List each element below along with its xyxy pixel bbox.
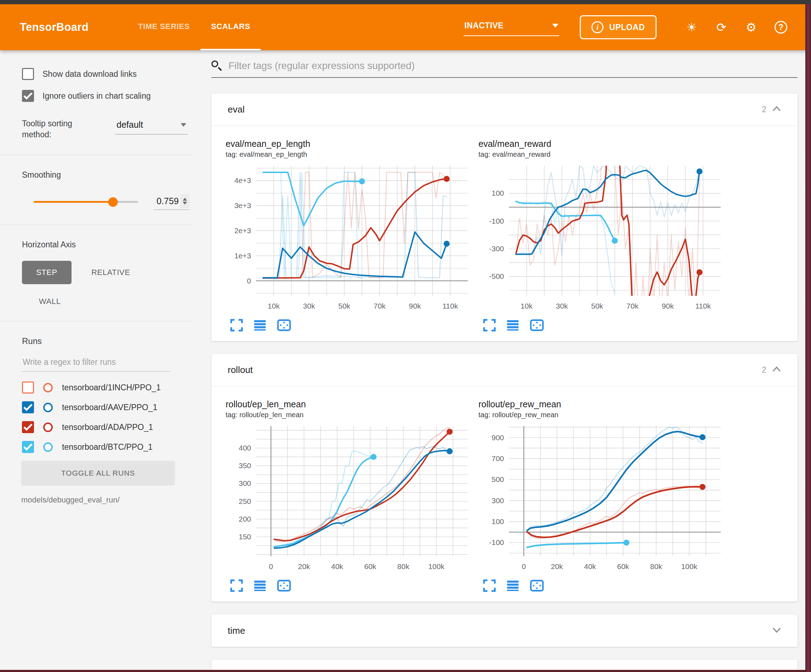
section-card-rollout: rollout 2 rollout/ep_len_mean tag: rollo…: [211, 354, 797, 602]
check-icon: [23, 443, 33, 451]
fullscreen-icon[interactable]: [483, 318, 496, 332]
run-color-circle[interactable]: [43, 403, 53, 412]
chart-plot[interactable]: 020k40k60k80k100k-100100300500700900: [478, 423, 731, 576]
section-body-eval: eval/mean_ep_length tag: eval/mean_ep_le…: [211, 126, 797, 341]
svg-text:350: 350: [239, 462, 251, 470]
chevron-up-icon[interactable]: [772, 105, 781, 114]
menu-lines-icon[interactable]: [253, 318, 267, 332]
chevron-down-icon: [552, 24, 558, 28]
show-download-links-row[interactable]: Show data download links: [22, 68, 193, 80]
chart-title: rollout/ep_rew_mean: [478, 399, 731, 410]
chart-tag: tag: eval/mean_ep_length: [226, 151, 478, 159]
svg-text:900: 900: [492, 433, 504, 442]
axis-step-button[interactable]: STEP: [22, 261, 71, 284]
number-spinner[interactable]: [180, 194, 190, 208]
slider-knob[interactable]: [109, 197, 118, 207]
run-checkbox[interactable]: [22, 421, 34, 433]
chart-plot[interactable]: 020k40k60k80k100k150200250300350400: [225, 423, 478, 576]
status-dropdown[interactable]: INACTIVE: [463, 19, 559, 36]
tooltip-sorting-select[interactable]: default: [115, 118, 188, 134]
run-color-circle[interactable]: [43, 423, 53, 432]
run-checkbox[interactable]: [22, 401, 34, 413]
checkbox-label: Ignore outliers in chart scaling: [42, 91, 151, 101]
chart-plot[interactable]: 10k30k50k70k90k110k01e+32e+33e+34e+3: [225, 162, 478, 315]
run-checkbox[interactable]: [22, 381, 34, 393]
fit-domain-icon[interactable]: [529, 579, 544, 592]
svg-text:70k: 70k: [373, 302, 386, 310]
brightness-icon[interactable]: ☀: [681, 17, 702, 37]
chart-rollout-ep-len-mean: rollout/ep_len_mean tag: rollout/ep_len_…: [225, 397, 478, 592]
spinner-down-icon[interactable]: [183, 202, 187, 205]
settings-sidebar: Show data download links Ignore outliers…: [0, 50, 193, 670]
section-header-eval[interactable]: eval 2: [211, 93, 797, 126]
info-icon: i: [591, 21, 604, 33]
chart-toolbar: [483, 318, 731, 332]
svg-text:30k: 30k: [556, 302, 568, 310]
fit-domain-icon[interactable]: [277, 318, 292, 332]
app-title: TensorBoard: [20, 21, 88, 34]
axis-relative-button[interactable]: RELATIVE: [92, 268, 130, 277]
ignore-outliers-row[interactable]: Ignore outliers in chart scaling: [22, 90, 193, 102]
ignore-outliers-checkbox[interactable]: [22, 90, 34, 102]
svg-text:10k: 10k: [521, 302, 533, 310]
svg-text:2e+3: 2e+3: [234, 227, 251, 235]
chart-plot[interactable]: 10k30k50k70k90k110k100-100-300-500: [478, 162, 731, 315]
help-icon[interactable]: ?: [770, 17, 791, 37]
menu-lines-icon[interactable]: [506, 318, 519, 332]
svg-text:0: 0: [269, 562, 273, 570]
settings-gear-icon[interactable]: ⚙: [741, 17, 762, 37]
run-color-circle[interactable]: [43, 383, 53, 393]
header-actions: INACTIVE i UPLOAD ☀ ⟳ ⚙ ?: [463, 15, 791, 39]
menu-lines-icon[interactable]: [506, 579, 519, 592]
smoothing-control: 0.759: [34, 194, 193, 210]
svg-text:40k: 40k: [331, 562, 343, 570]
run-name: tensorboard/1INCH/PPO_1: [62, 383, 161, 393]
fit-domain-icon[interactable]: [529, 318, 544, 332]
section-header-rollout[interactable]: rollout 2: [211, 354, 797, 386]
svg-text:70k: 70k: [626, 302, 638, 310]
tag-filter-input[interactable]: [228, 60, 797, 71]
runs-label: Runs: [22, 336, 193, 346]
run-color-circle[interactable]: [43, 442, 53, 452]
window-bottom-edge: [0, 670, 805, 672]
svg-text:90k: 90k: [662, 302, 674, 310]
svg-text:-500: -500: [489, 272, 504, 280]
run-row[interactable]: tensorboard/ADA/PPO_1: [22, 421, 193, 433]
run-name: tensorboard/AAVE/PPO_1: [62, 403, 157, 412]
upload-button[interactable]: i UPLOAD: [580, 15, 657, 39]
search-icon: [211, 61, 222, 71]
smoothing-value-input[interactable]: 0.759: [154, 194, 190, 210]
check-icon: [23, 403, 33, 411]
runs-filter-input[interactable]: [22, 357, 171, 372]
svg-text:100k: 100k: [681, 562, 697, 570]
fullscreen-icon[interactable]: [483, 579, 496, 592]
tab-scalars[interactable]: SCALARS: [200, 4, 261, 50]
menu-lines-icon[interactable]: [253, 579, 267, 592]
tooltip-sorting-label: Tooltip sorting method:: [22, 118, 98, 140]
run-checkbox[interactable]: [22, 441, 34, 453]
svg-text:20k: 20k: [298, 562, 310, 570]
section-header-time[interactable]: time: [211, 614, 797, 647]
run-row[interactable]: tensorboard/AAVE/PPO_1: [22, 401, 193, 413]
fullscreen-icon[interactable]: [230, 579, 243, 592]
toggle-all-runs-button[interactable]: TOGGLE ALL RUNS: [21, 461, 175, 486]
axis-wall-button[interactable]: WALL: [39, 297, 61, 306]
show-download-links-checkbox[interactable]: [22, 68, 34, 80]
smoothing-slider[interactable]: [34, 201, 138, 203]
svg-text:200: 200: [239, 515, 251, 523]
run-row[interactable]: tensorboard/BTC/PPO_1: [22, 441, 193, 453]
section-body-rollout: rollout/ep_len_mean tag: rollout/ep_len_…: [211, 386, 797, 602]
run-name: tensorboard/ADA/PPO_1: [62, 423, 153, 432]
svg-text:60k: 60k: [364, 562, 376, 570]
chevron-down-icon[interactable]: [772, 626, 781, 635]
fullscreen-icon[interactable]: [230, 318, 243, 332]
chevron-up-icon[interactable]: [772, 366, 781, 375]
svg-text:4e+3: 4e+3: [234, 176, 251, 185]
run-row[interactable]: tensorboard/1INCH/PPO_1: [22, 381, 193, 393]
refresh-icon[interactable]: ⟳: [711, 17, 732, 37]
spinner-up-icon[interactable]: [183, 198, 187, 201]
chart-tag: tag: rollout/ep_rew_mean: [478, 411, 731, 419]
svg-text:50k: 50k: [591, 302, 603, 310]
tab-time-series[interactable]: TIME SERIES: [127, 4, 200, 50]
fit-domain-icon[interactable]: [277, 579, 292, 592]
